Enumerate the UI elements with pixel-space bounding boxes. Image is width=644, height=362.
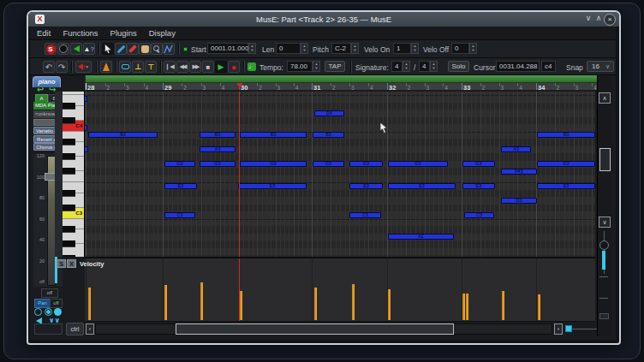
note-fragment[interactable] bbox=[85, 125, 87, 131]
black-key-G#3[interactable] bbox=[63, 153, 75, 160]
note[interactable]: A3 bbox=[501, 146, 531, 152]
note[interactable]: A2 bbox=[388, 234, 454, 240]
note-fragment[interactable] bbox=[85, 96, 87, 102]
undo-button[interactable]: ↶ bbox=[43, 61, 55, 73]
pan-tool[interactable] bbox=[139, 43, 151, 55]
whats-this-button[interactable]: ▲? bbox=[83, 43, 95, 55]
len-field[interactable]: 0 bbox=[276, 43, 301, 54]
black-key-D#3[interactable] bbox=[63, 190, 75, 197]
sig-den-field[interactable]: 4 bbox=[419, 61, 430, 72]
volume-value[interactable]: off bbox=[41, 288, 58, 298]
note[interactable]: E3 bbox=[349, 183, 383, 189]
record-button[interactable]: ● bbox=[228, 61, 240, 73]
piano-keyboard[interactable]: C4C3 bbox=[63, 92, 85, 257]
note-fragment[interactable] bbox=[85, 146, 88, 152]
menu-plugins[interactable]: Plugins bbox=[110, 28, 137, 38]
playhead-line[interactable] bbox=[239, 92, 240, 257]
metronome-button[interactable] bbox=[100, 61, 112, 73]
note[interactable]: E3 bbox=[164, 183, 197, 189]
midi-thru-button[interactable] bbox=[70, 43, 82, 55]
line-draw-tool[interactable] bbox=[163, 43, 175, 55]
note[interactable]: E3 bbox=[537, 183, 595, 189]
note[interactable]: E3 bbox=[238, 183, 307, 189]
velocity-bar[interactable] bbox=[314, 288, 317, 320]
zoom-tool[interactable] bbox=[151, 43, 163, 55]
punch-in-button[interactable]: ⊥ bbox=[132, 61, 144, 73]
velo-on-spinner[interactable]: ▲▼ bbox=[411, 43, 419, 54]
note[interactable]: B3 bbox=[313, 132, 344, 138]
titlebar[interactable]: X MusE: Part <Track 2> 26-35 — MusE ∨ ∧ … bbox=[28, 12, 619, 27]
note[interactable]: G3 bbox=[313, 161, 344, 167]
lane-selector-box[interactable] bbox=[34, 323, 63, 335]
play-button[interactable]: ▶ bbox=[215, 61, 227, 73]
note[interactable]: A3 bbox=[200, 146, 236, 152]
swap-left-icon[interactable]: ↩ bbox=[37, 85, 44, 94]
rewind-start-button[interactable]: ❙◀ bbox=[164, 61, 176, 73]
pitch-spinner[interactable]: ▲▼ bbox=[351, 43, 359, 54]
forward-button[interactable]: ▶▶ bbox=[189, 61, 201, 73]
pan-button[interactable]: Pan bbox=[34, 299, 51, 308]
vscroll-up-arrow[interactable]: ∧ bbox=[599, 92, 611, 104]
lane-solo-button[interactable]: S bbox=[57, 259, 66, 268]
playhead-marker-icon[interactable] bbox=[236, 83, 243, 87]
playhead-line[interactable] bbox=[239, 258, 240, 321]
minimize-button[interactable]: ∨ bbox=[583, 14, 593, 22]
pitch-field[interactable]: C-2 bbox=[331, 43, 351, 54]
note[interactable]: B3 bbox=[88, 132, 158, 138]
note[interactable]: D4 bbox=[314, 110, 344, 116]
panic-button[interactable]: S bbox=[45, 43, 57, 55]
record-arm-icon[interactable] bbox=[54, 308, 62, 316]
black-key-G#2[interactable] bbox=[63, 240, 75, 247]
velocity-bar[interactable] bbox=[538, 294, 540, 320]
sig-den-spinner[interactable]: ▲▼ bbox=[430, 61, 438, 72]
hscroll-left-arrow[interactable]: ‹ bbox=[86, 323, 94, 335]
black-key-A#2[interactable] bbox=[63, 226, 75, 233]
sig-num-field[interactable]: 4 bbox=[391, 61, 402, 72]
velocity-bar[interactable] bbox=[240, 291, 242, 320]
note[interactable]: G3 bbox=[537, 161, 595, 167]
note[interactable]: G3 bbox=[200, 161, 236, 167]
black-key-D#4[interactable] bbox=[63, 103, 75, 110]
velocity-bar[interactable] bbox=[502, 291, 504, 320]
hzoom-knob[interactable] bbox=[565, 325, 572, 332]
black-key-C#4[interactable] bbox=[63, 117, 75, 124]
snap-dropdown[interactable]: 16∨ bbox=[587, 61, 614, 72]
menu-functions[interactable]: Functions bbox=[63, 28, 98, 38]
hscroll-right-arrow[interactable]: › bbox=[554, 323, 563, 335]
velocity-bar[interactable] bbox=[88, 288, 91, 320]
monitor-icon[interactable] bbox=[45, 308, 52, 316]
note[interactable]: C3 bbox=[349, 212, 381, 218]
panic-all-button[interactable]: !▼ bbox=[75, 61, 92, 73]
redo-button[interactable]: ↷ bbox=[56, 61, 68, 73]
stop-button[interactable]: ■ bbox=[202, 61, 214, 73]
note[interactable]: B3 bbox=[200, 132, 236, 138]
velo-on-field[interactable]: 1 bbox=[393, 43, 411, 54]
pointer-tool[interactable] bbox=[102, 43, 114, 55]
vscrollbar-thumb[interactable] bbox=[599, 148, 611, 171]
vzoom-knob[interactable] bbox=[599, 240, 609, 250]
note[interactable]: G3 bbox=[388, 161, 448, 167]
rewind-button[interactable]: ◀◀ bbox=[176, 61, 188, 73]
note[interactable]: D3 bbox=[501, 198, 537, 204]
tap-button[interactable]: TAP bbox=[325, 61, 345, 72]
maximize-button[interactable]: ∧ bbox=[593, 14, 604, 22]
black-key-F#3[interactable] bbox=[63, 168, 75, 175]
velocity-bar[interactable] bbox=[352, 284, 355, 320]
black-key-C#3[interactable] bbox=[63, 205, 75, 211]
sig-num-spinner[interactable]: ▲▼ bbox=[402, 61, 410, 72]
power-icon[interactable] bbox=[34, 308, 42, 316]
vscroll-down-arrow[interactable]: ∨ bbox=[599, 217, 611, 228]
note[interactable]: G3 bbox=[240, 161, 307, 167]
tempo-spinner[interactable]: ▲▼ bbox=[313, 61, 320, 72]
note[interactable]: B3 bbox=[537, 132, 595, 138]
note[interactable]: E3 bbox=[388, 183, 456, 189]
velocity-bar[interactable] bbox=[466, 294, 468, 320]
note[interactable]: E3 bbox=[462, 183, 495, 189]
step-record-button[interactable] bbox=[57, 43, 69, 55]
note[interactable]: F#3 bbox=[501, 169, 537, 175]
note[interactable]: G3 bbox=[164, 161, 195, 167]
solo-button[interactable]: Solo bbox=[448, 61, 469, 72]
velocity-bar[interactable] bbox=[164, 285, 167, 320]
velocity-bar[interactable] bbox=[200, 282, 203, 320]
note-canvas[interactable]: B3G3E3C3B3A3G3B3G3E3D4B3G3G3E3C3G3E3A2G3… bbox=[85, 92, 595, 257]
